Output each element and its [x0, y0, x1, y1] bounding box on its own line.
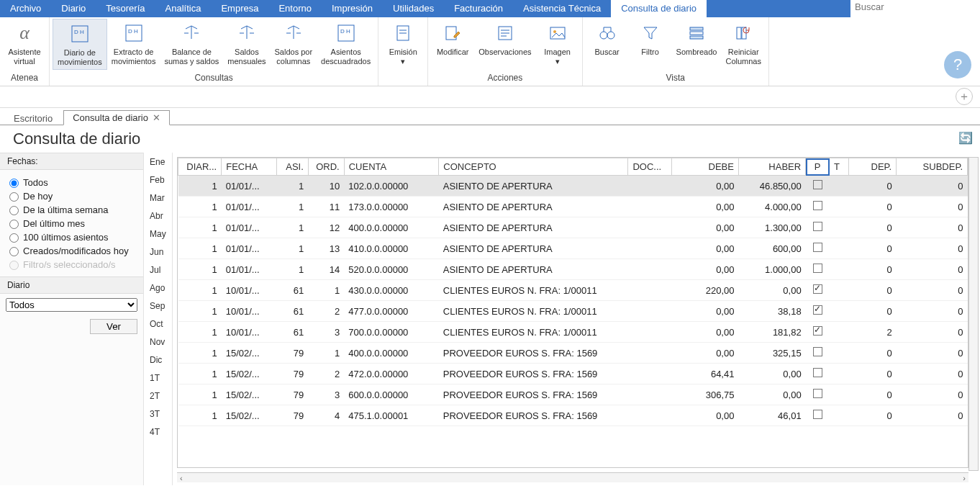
period-oct[interactable]: Oct [145, 319, 171, 329]
ribbon-button-4-2[interactable]: Sombreado [672, 19, 722, 60]
menu-item-4[interactable]: Empresa [211, 0, 268, 17]
period-3t[interactable]: 3T [145, 409, 171, 419]
table-row[interactable]: 110/01/...611430.0.0.00000CLIENTES EUROS… [178, 280, 968, 301]
fechas-radio-1[interactable]: De hoy [6, 190, 137, 202]
checkbox-p[interactable] [813, 326, 822, 336]
table-row[interactable]: 110/01/...612477.0.0.00000CLIENTES EUROS… [178, 301, 968, 322]
horizontal-scrollbar[interactable]: ‹ › [177, 472, 968, 482]
checkbox-p[interactable] [813, 180, 822, 189]
fechas-radio-4[interactable]: 100 últimos asientos [6, 231, 137, 243]
ribbon-button-4-0[interactable]: Buscar [586, 19, 629, 60]
radio-input[interactable] [9, 179, 19, 188]
table-row[interactable]: 115/02/...794475.1.0.00001PROVEEDOR EURO… [178, 405, 968, 426]
column-header-1[interactable]: FECHA [222, 158, 277, 176]
radio-input[interactable] [9, 206, 19, 215]
checkbox-p[interactable] [813, 368, 822, 377]
ribbon-button-3-0[interactable]: Modificar [431, 19, 474, 60]
ribbon-button-1-1[interactable]: D HExtracto de movimientos [107, 19, 160, 68]
vertical-scrollbar[interactable] [968, 157, 979, 471]
period-sep[interactable]: Sep [145, 301, 171, 311]
radio-input[interactable] [9, 192, 19, 202]
checkbox-p[interactable] [813, 305, 822, 315]
table-row[interactable]: 101/01/...111173.0.0.00000ASIENTO DE APE… [178, 197, 968, 217]
menu-item-3[interactable]: Analítica [155, 0, 212, 17]
menu-item-0[interactable]: Archivo [0, 0, 51, 17]
checkbox-p[interactable] [813, 347, 822, 356]
fechas-radio-0[interactable]: Todos [6, 176, 137, 188]
checkbox-p[interactable] [813, 222, 822, 231]
table-row[interactable]: 101/01/...114520.0.0.00000ASIENTO DE APE… [178, 259, 968, 280]
column-header-12[interactable]: SUBDEP. [897, 158, 968, 176]
checkbox-p[interactable] [813, 389, 822, 398]
table-row[interactable]: 115/02/...792472.0.0.00000PROVEEDOR EURO… [178, 364, 968, 384]
ribbon-button-3-2[interactable]: Imagen ▾ [536, 19, 579, 68]
period-nov[interactable]: Nov [145, 337, 171, 347]
column-header-8[interactable]: HABER [738, 158, 805, 176]
ribbon-button-1-2[interactable]: Balance de sumas y saldos [160, 19, 224, 68]
search-input[interactable] [853, 1, 977, 13]
menu-item-1[interactable]: Diario [51, 0, 96, 17]
radio-input[interactable] [9, 233, 19, 243]
ribbon-button-4-1[interactable]: Filtro [629, 19, 672, 60]
close-icon[interactable]: ✕ [153, 112, 160, 123]
scroll-right-arrow-icon[interactable]: › [960, 474, 968, 482]
fechas-radio-5[interactable]: Creados/modificados hoy [6, 245, 137, 256]
column-header-5[interactable]: CONCEPTO [439, 158, 628, 176]
checkbox-p[interactable] [813, 410, 822, 419]
ribbon-button-3-1[interactable]: Observaciones [474, 19, 535, 60]
ribbon-button-1-4[interactable]: Saldos por columnas [271, 19, 317, 68]
table-row[interactable]: 110/01/...613700.0.0.00000CLIENTES EUROS… [178, 322, 968, 343]
tab-0[interactable]: Escritorio [4, 111, 62, 125]
ribbon-button-2-0[interactable]: Emisión ▾ [381, 19, 425, 68]
period-dic[interactable]: Dic [145, 355, 171, 365]
period-feb[interactable]: Feb [145, 175, 171, 185]
fechas-radio-3[interactable]: Del último mes [6, 217, 137, 229]
period-jul[interactable]: Jul [145, 265, 171, 275]
period-2t[interactable]: 2T [145, 391, 171, 401]
period-ene[interactable]: Ene [145, 157, 171, 167]
column-header-4[interactable]: CUENTA [344, 158, 439, 176]
table-row[interactable]: 101/01/...110102.0.0.00000ASIENTO DE APE… [178, 176, 968, 197]
ribbon-button-0-0[interactable]: αAsistente virtual [3, 19, 46, 68]
menu-item-6[interactable]: Impresión [322, 0, 383, 17]
period-may[interactable]: May [145, 229, 171, 239]
table-row[interactable]: 115/02/...793600.0.0.00000PROVEEDOR EURO… [178, 384, 968, 405]
fechas-radio-2[interactable]: De la última semana [6, 204, 137, 215]
menu-item-10[interactable]: Consulta de diario [611, 0, 707, 17]
ribbon-button-1-3[interactable]: Saldos mensuales [223, 19, 270, 68]
column-header-3[interactable]: ORD. [308, 158, 344, 176]
column-header-11[interactable]: DEP. [849, 158, 897, 176]
add-button[interactable]: ＋ [956, 88, 973, 105]
table-row[interactable]: 101/01/...113410.0.0.00000ASIENTO DE APE… [178, 238, 968, 259]
column-header-0[interactable]: DIAR... [178, 158, 222, 176]
tab-1[interactable]: Consulta de diario✕ [63, 110, 170, 125]
ribbon-button-1-0[interactable]: D HDiario de movimientos [53, 19, 107, 70]
menu-item-2[interactable]: Tesorería [96, 0, 155, 17]
radio-input[interactable] [9, 247, 19, 256]
radio-input[interactable] [9, 220, 19, 229]
column-header-6[interactable]: DOC... [628, 158, 671, 176]
column-header-7[interactable]: DEBE [671, 158, 738, 176]
period-jun[interactable]: Jun [145, 247, 171, 257]
column-header-2[interactable]: ASI. [276, 158, 308, 176]
menu-item-8[interactable]: Facturación [444, 0, 513, 17]
period-ago[interactable]: Ago [145, 283, 171, 293]
table-row[interactable]: 101/01/...112400.0.0.00000ASIENTO DE APE… [178, 217, 968, 238]
checkbox-p[interactable] [813, 243, 822, 252]
checkbox-p[interactable] [813, 284, 822, 294]
ribbon-button-4-3[interactable]: Reiniciar Columnas [721, 19, 766, 68]
menu-item-9[interactable]: Asistencia Técnica [513, 0, 611, 17]
period-abr[interactable]: Abr [145, 211, 171, 221]
period-mar[interactable]: Mar [145, 193, 171, 203]
column-header-10[interactable]: T [830, 158, 849, 176]
table-row[interactable]: 115/02/...791400.0.0.00000PROVEEDOR EURO… [178, 343, 968, 364]
menu-item-5[interactable]: Entorno [268, 0, 322, 17]
ribbon-button-1-5[interactable]: D HAsientos descuadrados [317, 19, 375, 68]
ver-button[interactable]: Ver [90, 319, 137, 334]
diario-select[interactable]: Todos [6, 298, 137, 312]
checkbox-p[interactable] [813, 201, 822, 210]
menu-item-7[interactable]: Utilidades [383, 0, 444, 17]
checkbox-p[interactable] [813, 264, 822, 273]
period-1t[interactable]: 1T [145, 373, 171, 383]
data-grid[interactable]: DIAR...FECHAASI.ORD.CUENTACONCEPTODOC...… [177, 157, 968, 468]
